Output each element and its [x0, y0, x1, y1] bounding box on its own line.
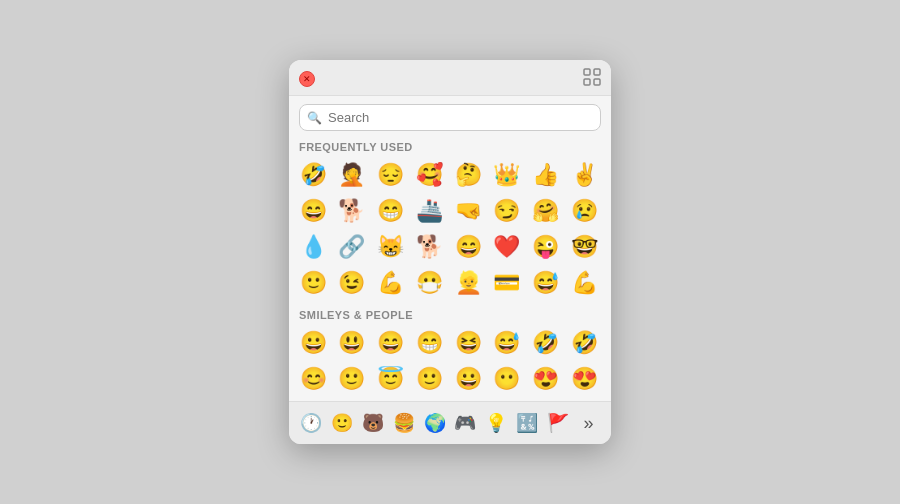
title-bar: ✕ [289, 60, 611, 96]
emoji-cell[interactable]: 😃 [334, 325, 370, 361]
emoji-cell[interactable]: 😶 [489, 361, 525, 397]
emoji-cell[interactable]: 💧 [295, 229, 331, 265]
emoji-cell[interactable]: 🥰 [411, 157, 447, 193]
close-icon: ✕ [303, 74, 311, 84]
emoji-cell[interactable]: 😍 [528, 361, 564, 397]
search-icon: 🔍 [307, 111, 322, 125]
emoji-cell[interactable]: 🙂 [411, 361, 447, 397]
svg-rect-2 [584, 79, 590, 85]
svg-rect-3 [594, 79, 600, 85]
search-input[interactable] [299, 104, 601, 131]
emoji-cell[interactable]: 🤓 [566, 229, 602, 265]
emoji-cell[interactable]: 💪 [566, 265, 602, 301]
object-icon[interactable]: 💡 [482, 407, 511, 439]
grid-icon [583, 68, 601, 86]
more-icon[interactable]: » [574, 407, 603, 439]
emoji-cell[interactable]: 😏 [489, 193, 525, 229]
emoji-cell[interactable]: 😀 [295, 325, 331, 361]
emoji-cell[interactable]: 😄 [295, 193, 331, 229]
emoji-cell[interactable]: 😁 [373, 193, 409, 229]
emoji-cell[interactable]: 😉 [334, 265, 370, 301]
activity-icon[interactable]: 🎮 [451, 407, 480, 439]
emoji-cell[interactable]: 🤣 [295, 157, 331, 193]
smiley-icon[interactable]: 🙂 [328, 407, 357, 439]
emoji-cell[interactable]: 😊 [295, 361, 331, 397]
flag-icon[interactable]: 🚩 [543, 407, 572, 439]
emoji-cell[interactable]: ❤️ [489, 229, 525, 265]
animal-icon[interactable]: 🐻 [359, 407, 388, 439]
emoji-cell[interactable]: 🙂 [295, 265, 331, 301]
emoji-cell[interactable]: 😇 [373, 361, 409, 397]
emoji-cell[interactable]: 😷 [411, 265, 447, 301]
food-icon[interactable]: 🍔 [389, 407, 418, 439]
emoji-cell[interactable]: 🤦 [334, 157, 370, 193]
grid-view-button[interactable] [583, 68, 601, 89]
emoji-scroll-area[interactable]: FREQUENTLY USED 🤣🤦😔🥰🤔👑👍✌️😄🐕😁🚢🤜😏🤗😢💧🔗😸🐕😄❤️… [289, 137, 611, 401]
svg-rect-0 [584, 69, 590, 75]
emoji-cell[interactable]: 🐕 [411, 229, 447, 265]
emoji-cell[interactable]: 🔗 [334, 229, 370, 265]
emoji-cell[interactable]: 💳 [489, 265, 525, 301]
emoji-cell[interactable]: 😜 [528, 229, 564, 265]
emoji-cell[interactable]: 😁 [411, 325, 447, 361]
emoji-cell[interactable]: 💪 [373, 265, 409, 301]
globe-icon[interactable]: 🌍 [420, 407, 449, 439]
svg-rect-1 [594, 69, 600, 75]
emoji-picker: ✕ 🔍 FREQUENTLY USED 🤣🤦😔🥰🤔👑👍✌️😄🐕😁🚢🤜😏🤗😢💧🔗😸… [289, 60, 611, 444]
recent-icon[interactable]: 🕐 [297, 407, 326, 439]
emoji-cell[interactable]: 😢 [566, 193, 602, 229]
section-label-frequently-used: FREQUENTLY USED [289, 137, 611, 155]
emoji-cell[interactable]: 😆 [450, 325, 486, 361]
category-bar: 🕐🙂🐻🍔🌍🎮💡🔣🚩» [289, 401, 611, 444]
emoji-cell[interactable]: 👱 [450, 265, 486, 301]
emoji-cell[interactable]: 🤣 [528, 325, 564, 361]
emoji-cell[interactable]: 😀 [450, 361, 486, 397]
smileys-people-grid: 😀😃😄😁😆😅🤣🤣😊🙂😇🙂😀😶😍😍 [289, 323, 611, 401]
close-button[interactable]: ✕ [299, 71, 315, 87]
emoji-cell[interactable]: 😄 [373, 325, 409, 361]
emoji-cell[interactable]: 😄 [450, 229, 486, 265]
emoji-cell[interactable]: 🙂 [334, 361, 370, 397]
emoji-cell[interactable]: 🚢 [411, 193, 447, 229]
emoji-cell[interactable]: 😍 [566, 361, 602, 397]
section-label-smileys-people: SMILEYS & PEOPLE [289, 305, 611, 323]
symbol-icon[interactable]: 🔣 [513, 407, 542, 439]
emoji-cell[interactable]: 😔 [373, 157, 409, 193]
emoji-cell[interactable]: 😸 [373, 229, 409, 265]
emoji-cell[interactable]: 👑 [489, 157, 525, 193]
emoji-cell[interactable]: 🤜 [450, 193, 486, 229]
search-bar: 🔍 [289, 96, 611, 137]
emoji-cell[interactable]: 😅 [489, 325, 525, 361]
emoji-cell[interactable]: 🤔 [450, 157, 486, 193]
emoji-cell[interactable]: ✌️ [566, 157, 602, 193]
emoji-cell[interactable]: 😅 [528, 265, 564, 301]
emoji-cell[interactable]: 🤣 [566, 325, 602, 361]
frequently-used-grid: 🤣🤦😔🥰🤔👑👍✌️😄🐕😁🚢🤜😏🤗😢💧🔗😸🐕😄❤️😜🤓🙂😉💪😷👱💳😅💪 [289, 155, 611, 305]
emoji-cell[interactable]: 👍 [528, 157, 564, 193]
emoji-cell[interactable]: 🐕 [334, 193, 370, 229]
emoji-cell[interactable]: 🤗 [528, 193, 564, 229]
